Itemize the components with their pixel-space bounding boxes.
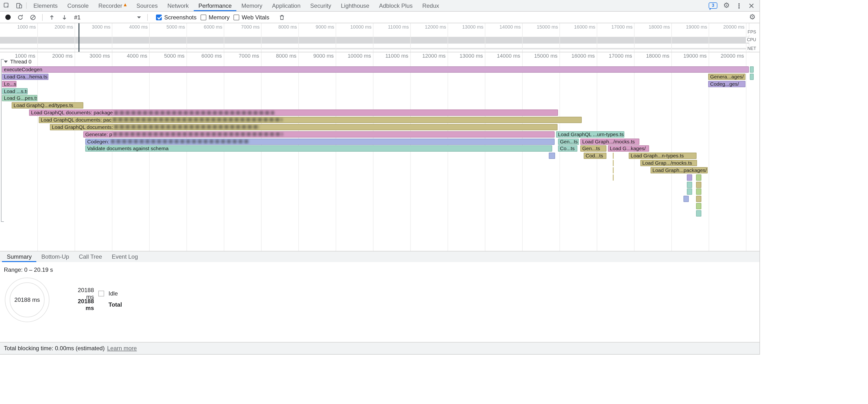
- flame-bar[interactable]: Cod...ts: [584, 153, 607, 159]
- flame-bar[interactable]: [687, 181, 692, 188]
- flame-chart[interactable]: Thread 0 1000 ms2000 ms3000 ms4000 ms500…: [0, 52, 760, 251]
- more-options-icon[interactable]: ⋮: [736, 2, 742, 9]
- flame-bar[interactable]: Load Graph...packages/: [651, 167, 708, 174]
- device-toolbar-icon[interactable]: [12, 0, 25, 11]
- flame-bar[interactable]: executeCodegen: [2, 66, 749, 73]
- history-select[interactable]: #1: [72, 14, 143, 21]
- bottom-tabbar: SummaryBottom-UpCall TreeEvent Log: [0, 251, 760, 262]
- record-button[interactable]: [3, 13, 12, 22]
- device-icon: [15, 2, 23, 9]
- flame-bar[interactable]: Load GraphQL ...urn-types.ts: [556, 131, 624, 137]
- tab-memory[interactable]: Memory: [237, 0, 268, 11]
- flame-bar[interactable]: Load GraphQL documents: pac: [39, 117, 582, 123]
- flame-bar[interactable]: Codeg...ges/: [708, 81, 745, 87]
- flame-bar[interactable]: Generate: p: [83, 131, 555, 137]
- learn-more-link[interactable]: Learn more: [107, 345, 137, 352]
- thread-header[interactable]: Thread 0: [4, 59, 31, 64]
- issues-button[interactable]: 3: [709, 2, 717, 9]
- checkbox-box[interactable]: [200, 14, 206, 20]
- overview-tick-label: 18000 ms: [649, 24, 670, 30]
- flame-bar[interactable]: [750, 66, 754, 73]
- checkbox-box[interactable]: [234, 14, 239, 20]
- flame-bar[interactable]: [687, 175, 692, 181]
- bottom-tab-bottom-up[interactable]: Bottom-Up: [37, 251, 74, 262]
- flame-bar-label: Co...ts: [558, 146, 575, 151]
- flame-bar[interactable]: Load GraphQL documents:: [50, 124, 558, 130]
- overview-selection-line[interactable]: [79, 23, 80, 52]
- tab-network[interactable]: Network: [162, 0, 193, 11]
- timeline-overview[interactable]: 1000 ms2000 ms3000 ms4000 ms5000 ms6000 …: [0, 23, 760, 52]
- flame-bar[interactable]: Load GraphQL documents: package: [29, 110, 558, 116]
- flame-bar[interactable]: Gen...ts: [580, 146, 607, 152]
- flame-bar-label: Load Graph...n-types.ts: [629, 153, 684, 158]
- capture-settings-icon[interactable]: ⚙: [749, 13, 755, 21]
- bottom-tab-event-log[interactable]: Event Log: [107, 251, 143, 262]
- flame-bar[interactable]: [549, 153, 555, 159]
- flame-bar[interactable]: Load Grap.../mocks.ts: [640, 160, 697, 166]
- flame-bar[interactable]: Load Gra...hema.ts: [2, 74, 49, 80]
- overview-tick-label: 4000 ms: [129, 24, 148, 30]
- bottom-tab-call-tree[interactable]: Call Tree: [74, 251, 107, 262]
- settings-gear-icon[interactable]: ⚙: [723, 2, 730, 9]
- flame-bar-label: Lo...s: [2, 81, 16, 87]
- flame-bar[interactable]: [696, 203, 702, 209]
- bottom-tab-summary[interactable]: Summary: [2, 251, 37, 262]
- gridline: [671, 23, 672, 52]
- flame-bar-label: Codegen:: [86, 139, 109, 144]
- flame-bar[interactable]: Load GraphQ...ed/types.ts: [11, 102, 83, 109]
- flame-bar[interactable]: Load Graph...n-types.ts: [629, 153, 696, 159]
- flame-bar[interactable]: Genera...ages/: [708, 74, 745, 80]
- save-profile-button[interactable]: [47, 13, 57, 22]
- tab-performance[interactable]: Performance: [193, 0, 237, 11]
- flame-bar[interactable]: [613, 153, 614, 159]
- delete-recording-button[interactable]: [277, 13, 287, 22]
- tab-redux[interactable]: Redux: [417, 0, 444, 11]
- checkbox-web-vitals[interactable]: Web Vitals: [234, 14, 269, 21]
- tab-console[interactable]: Console: [62, 0, 93, 11]
- flame-bar[interactable]: [613, 175, 614, 181]
- devtools-window: ElementsConsoleRecorder▲SourcesNetworkPe…: [0, 0, 760, 354]
- flame-bar[interactable]: Load G...pes.ts: [2, 95, 37, 101]
- flame-bar[interactable]: [696, 181, 702, 188]
- flame-bar-label: Load Graph.../mocks.ts: [581, 139, 635, 144]
- tab-recorder[interactable]: Recorder▲: [93, 0, 131, 11]
- close-icon[interactable]: ×: [748, 2, 755, 9]
- flame-bar[interactable]: [696, 189, 702, 195]
- reload-and-record-button[interactable]: [16, 13, 25, 22]
- flame-bar[interactable]: [613, 160, 614, 166]
- flame-bar[interactable]: Co...ts: [558, 146, 578, 152]
- tab-sources[interactable]: Sources: [131, 0, 162, 11]
- flame-bar[interactable]: Gen...ts: [558, 138, 579, 145]
- flame-bar[interactable]: Load Graph.../mocks.ts: [580, 138, 640, 145]
- overview-tick-label: 19000 ms: [686, 24, 707, 30]
- flame-bar[interactable]: [683, 196, 689, 202]
- tab-security[interactable]: Security: [305, 0, 336, 11]
- flame-bar[interactable]: Lo...s: [2, 81, 17, 87]
- legend-value: 20188 ms: [70, 298, 94, 311]
- flame-bar-label: executeCodegen: [2, 67, 42, 72]
- tab-application[interactable]: Application: [267, 0, 305, 11]
- gridline: [299, 23, 299, 52]
- clear-button[interactable]: [28, 13, 38, 22]
- flame-bar[interactable]: [696, 210, 702, 217]
- inspect-element-icon[interactable]: [0, 0, 12, 11]
- load-profile-button[interactable]: [60, 13, 69, 22]
- flame-bar[interactable]: [613, 167, 614, 174]
- flame-bar[interactable]: [687, 189, 692, 195]
- checkbox-box[interactable]: [156, 14, 162, 20]
- flame-bar[interactable]: [696, 175, 702, 181]
- flame-bar[interactable]: Codegen:: [85, 138, 555, 145]
- tab-label: Elements: [33, 2, 58, 9]
- tab-elements[interactable]: Elements: [29, 0, 62, 11]
- flame-bar-label: Load Graph...packages/: [651, 167, 707, 173]
- flame-bar[interactable]: Load ...s.ts: [2, 88, 28, 94]
- checkbox-memory[interactable]: Memory: [200, 14, 229, 21]
- flame-bar[interactable]: Validate documents against schema: [85, 146, 552, 152]
- flame-bar[interactable]: [696, 196, 702, 202]
- flame-bar[interactable]: [750, 74, 754, 80]
- tab-adblock-plus[interactable]: Adblock Plus: [374, 0, 417, 11]
- tab-lighthouse[interactable]: Lighthouse: [336, 0, 374, 11]
- flame-bar[interactable]: Load G...kages/: [608, 146, 649, 152]
- ruler-tick-label: 20000 ms: [720, 53, 744, 59]
- checkbox-screenshots[interactable]: Screenshots: [156, 14, 196, 21]
